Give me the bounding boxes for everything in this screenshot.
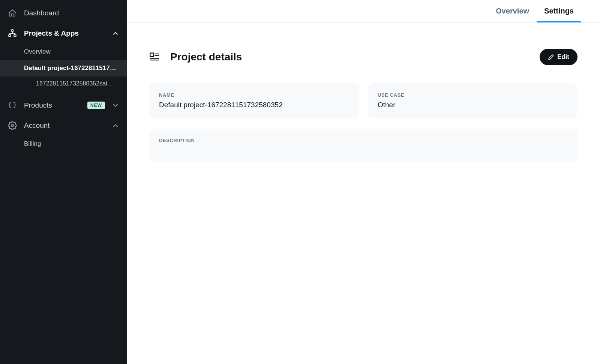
chevron-down-icon xyxy=(112,102,119,109)
sidebar-item-label: Account xyxy=(24,121,105,130)
sidebar: Dashboard Projects & Apps Overview Defau… xyxy=(0,0,127,364)
chevron-up-icon xyxy=(112,30,119,37)
card-name: NAME Default project-1672281151732580352 xyxy=(149,83,359,118)
sidebar-item-label: Projects & Apps xyxy=(24,29,105,37)
content: Project details Edit NAME Default projec… xyxy=(127,22,600,189)
tab-settings[interactable]: Settings xyxy=(537,0,581,22)
project-details-icon xyxy=(149,52,160,62)
sidebar-item-label: Products xyxy=(24,101,81,109)
main: Overview Settings Project details xyxy=(127,0,600,364)
card-value: Other xyxy=(378,101,568,109)
cards-row: NAME Default project-1672281151732580352… xyxy=(149,83,578,118)
card-description: DESCRIPTION xyxy=(149,129,578,162)
sidebar-item-app[interactable]: 1672281151732580352sai… xyxy=(0,76,127,91)
card-label: USE CASE xyxy=(378,92,568,98)
sidebar-item-projects[interactable]: Projects & Apps xyxy=(0,23,127,43)
pencil-icon xyxy=(548,54,554,60)
sidebar-item-label: Overview xyxy=(24,48,51,55)
sidebar-item-label: 1672281151732580352sai… xyxy=(36,80,113,87)
page-title: Project details xyxy=(170,51,529,63)
sidebar-item-projects-overview[interactable]: Overview xyxy=(0,43,127,60)
badge-new: NEW xyxy=(87,102,105,109)
home-icon xyxy=(8,8,17,18)
section-header: Project details Edit xyxy=(149,49,578,65)
edit-button[interactable]: Edit xyxy=(540,49,578,65)
sidebar-item-label: Default project-16722811517… xyxy=(24,64,116,72)
tab-label: Settings xyxy=(544,7,574,15)
svg-point-3 xyxy=(11,124,14,127)
sidebar-item-billing[interactable]: Billing xyxy=(0,136,127,152)
sidebar-item-label: Dashboard xyxy=(24,9,119,17)
sidebar-item-label: Billing xyxy=(24,140,41,148)
tabbar: Overview Settings xyxy=(127,0,600,22)
card-usecase: USE CASE Other xyxy=(368,83,578,118)
svg-rect-4 xyxy=(150,53,153,57)
card-label: NAME xyxy=(159,92,349,98)
sidebar-item-default-project[interactable]: Default project-16722811517… xyxy=(0,60,127,76)
tab-overview[interactable]: Overview xyxy=(488,0,537,22)
card-value: Default project-1672281151732580352 xyxy=(159,101,349,109)
sidebar-item-account[interactable]: Account xyxy=(0,115,127,136)
chevron-up-icon xyxy=(112,122,119,129)
braces-icon xyxy=(8,100,17,110)
sidebar-item-dashboard[interactable]: Dashboard xyxy=(0,3,127,23)
projects-icon xyxy=(8,28,17,38)
edit-button-label: Edit xyxy=(557,53,569,61)
card-label: DESCRIPTION xyxy=(159,138,568,143)
gear-icon xyxy=(8,121,17,130)
sidebar-item-products[interactable]: Products NEW xyxy=(0,95,127,115)
tab-label: Overview xyxy=(496,7,529,15)
